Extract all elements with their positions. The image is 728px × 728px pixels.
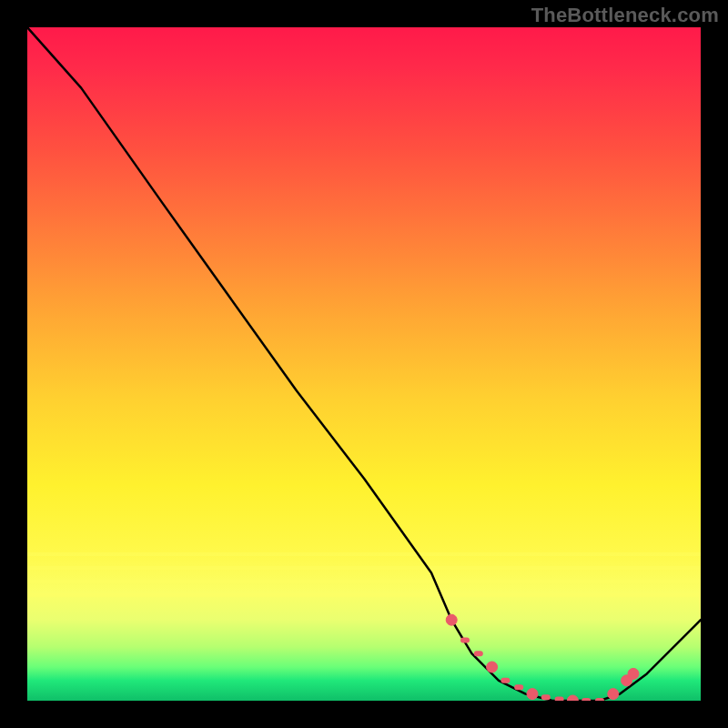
bead-icon bbox=[541, 694, 551, 700]
bead-icon bbox=[581, 698, 591, 701]
bead-icon bbox=[487, 662, 498, 672]
bead-icon bbox=[460, 637, 470, 642]
bead-icon bbox=[595, 698, 604, 701]
bead-icon bbox=[514, 684, 523, 690]
plot-area bbox=[27, 27, 701, 701]
bead-icon bbox=[555, 697, 564, 702]
curve-svg bbox=[27, 27, 701, 701]
bead-icon bbox=[608, 689, 619, 700]
bead-icon bbox=[500, 678, 510, 683]
bead-icon bbox=[527, 689, 538, 700]
bead-icon bbox=[446, 614, 457, 625]
bead-icon bbox=[628, 668, 639, 679]
chart-frame: TheBottleneck.com bbox=[0, 0, 728, 728]
bead-icon bbox=[567, 695, 578, 701]
bottleneck-curve bbox=[27, 27, 701, 701]
bead-icon bbox=[474, 651, 483, 656]
watermark-text: TheBottleneck.com bbox=[531, 4, 719, 27]
